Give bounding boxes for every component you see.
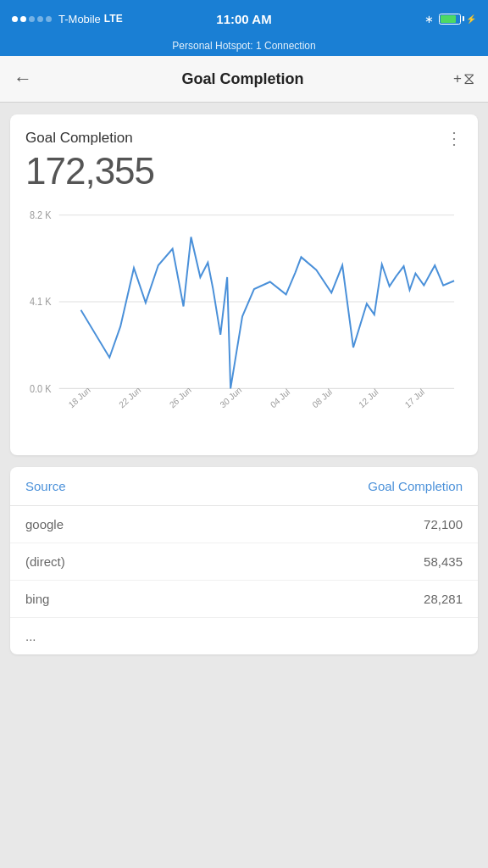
battery-indicator: ⚡ — [439, 14, 476, 25]
signal-dot-2 — [20, 16, 26, 22]
value-cell: 72,100 — [424, 517, 463, 531]
add-icon: + — [453, 70, 462, 87]
signal-indicator — [12, 16, 52, 22]
goal-completion-column-header[interactable]: Goal Completion — [368, 479, 463, 493]
network-type-label: LTE — [104, 13, 123, 25]
source-cell: (direct) — [25, 554, 65, 569]
source-cell: ... — [25, 629, 36, 643]
value-cell: 58,435 — [424, 554, 463, 569]
battery-fill — [441, 15, 456, 23]
svg-text:8.2 K: 8.2 K — [30, 210, 52, 220]
svg-text:0.0 K: 0.0 K — [30, 383, 52, 393]
hotspot-bar: Personal Hotspot: 1 Connection — [0, 37, 488, 56]
chart-header: Goal Completion ⋮ — [25, 130, 463, 147]
chart-line — [80, 237, 454, 389]
source-cell: google — [25, 517, 64, 531]
refresh-icon: ⧖ — [463, 70, 474, 88]
svg-text:12 Jul: 12 Jul — [357, 387, 380, 409]
svg-text:08 Jul: 08 Jul — [311, 387, 334, 409]
carrier-label: T-Mobile — [58, 13, 101, 25]
svg-text:4.1 K: 4.1 K — [30, 297, 52, 307]
battery-body — [439, 14, 461, 25]
table-row: bing 28,281 — [10, 581, 478, 618]
more-options-icon[interactable]: ⋮ — [446, 130, 463, 147]
status-bar: T-Mobile LTE 11:00 AM ∗ ⚡ — [0, 0, 488, 37]
chart-area: 8.2 K 4.1 K 0.0 K 18 Jun 22 Jun 26 Jun 3… — [25, 206, 463, 443]
status-left: T-Mobile LTE — [12, 13, 167, 25]
charging-icon: ⚡ — [466, 14, 476, 24]
table-row: google 72,100 — [10, 506, 478, 543]
svg-text:04 Jul: 04 Jul — [269, 387, 291, 409]
chart-total-value: 172,355 — [25, 150, 463, 192]
battery-tip — [463, 16, 464, 21]
table-card: Source Goal Completion google 72,100 (di… — [10, 467, 478, 654]
chart-card: Goal Completion ⋮ 172,355 8.2 K 4.1 K 0.… — [10, 114, 478, 455]
table-row: ... — [10, 618, 478, 654]
page-title: Goal Completion — [39, 70, 446, 88]
table-header-row: Source Goal Completion — [10, 467, 478, 506]
signal-dot-5 — [46, 16, 52, 22]
svg-text:17 Jul: 17 Jul — [403, 387, 426, 409]
hotspot-label: Personal Hotspot: 1 Connection — [172, 40, 315, 52]
status-right: ∗ ⚡ — [321, 13, 476, 25]
nav-bar: ← Goal Completion + ⧖ — [0, 56, 488, 103]
chart-title: Goal Completion — [25, 130, 133, 147]
value-cell: 28,281 — [424, 592, 463, 606]
signal-dot-4 — [37, 16, 43, 22]
back-button[interactable]: ← — [14, 64, 39, 93]
action-button[interactable]: + ⧖ — [446, 66, 474, 92]
signal-dot-3 — [29, 16, 35, 22]
bluetooth-icon: ∗ — [424, 13, 434, 25]
source-cell: bing — [25, 592, 49, 606]
source-column-header[interactable]: Source — [25, 479, 66, 493]
status-time: 11:00 AM — [167, 12, 322, 26]
signal-dot-1 — [12, 16, 18, 22]
main-content: Goal Completion ⋮ 172,355 8.2 K 4.1 K 0.… — [0, 103, 488, 666]
chart-svg: 8.2 K 4.1 K 0.0 K 18 Jun 22 Jun 26 Jun 3… — [25, 206, 463, 443]
table-row: (direct) 58,435 — [10, 543, 478, 581]
